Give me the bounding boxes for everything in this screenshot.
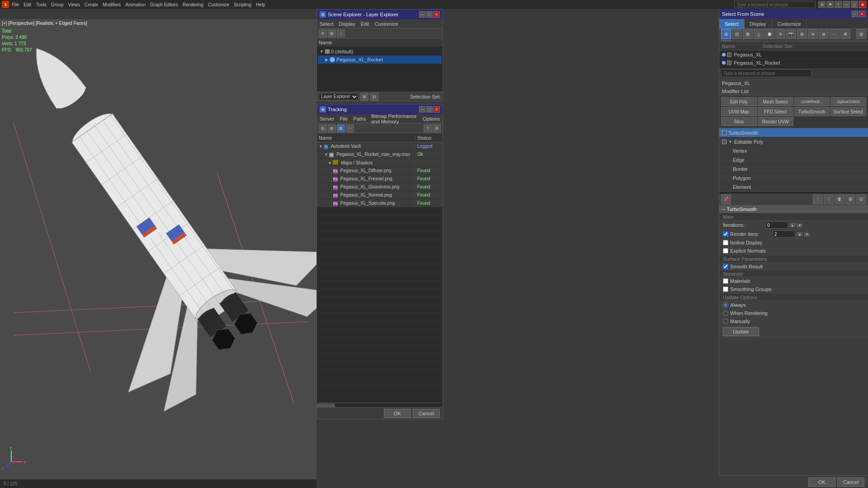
menu-modifiers[interactable]: Modifiers xyxy=(101,2,123,7)
asset-cancel-button[interactable]: Cancel xyxy=(413,409,440,418)
ts-render-iters-input[interactable] xyxy=(773,230,795,238)
layer-pegasus-rocket[interactable]: ▶ Pegasus_XL_Rocket xyxy=(318,56,442,64)
modifier-turbosmooth[interactable]: TurboSmooth xyxy=(719,128,868,137)
toolbar-btn-1[interactable]: ⚙ xyxy=(818,1,826,8)
quick-ffd-select[interactable]: FFD Select xyxy=(758,107,793,116)
ts-materials-checkbox[interactable] xyxy=(723,278,728,284)
asset-ok-button[interactable]: OK xyxy=(384,409,411,418)
modifier-search-input[interactable] xyxy=(721,69,811,77)
quick-undefined-select[interactable]: Undefined... xyxy=(794,97,830,106)
menu-rendering[interactable]: Rendering xyxy=(181,2,205,7)
ts-smooth-result-checkbox[interactable] xyxy=(723,264,728,269)
menu-customize[interactable]: Customize xyxy=(374,21,399,27)
ts-section-header[interactable]: ─ TurboSmooth xyxy=(719,205,868,213)
layer-default[interactable]: ▼ 0 (default) xyxy=(318,47,442,56)
scene-explorer-close[interactable]: ✕ xyxy=(434,11,440,18)
menu-animation[interactable]: Animation xyxy=(124,2,147,7)
rt-select-all[interactable]: ⊞ xyxy=(721,29,731,39)
scene-explorer-minimize[interactable]: ─ xyxy=(419,11,425,18)
rt-geometry[interactable]: △ xyxy=(754,29,764,39)
menu-customize[interactable]: Customize xyxy=(206,2,231,7)
asset-tracking-maximize[interactable]: □ xyxy=(426,106,433,113)
ts-explicit-normals-checkbox[interactable] xyxy=(723,248,728,253)
tab-select[interactable]: Select xyxy=(719,19,745,29)
sfs-ok-button[interactable]: OK xyxy=(808,478,835,487)
modifier-editable-poly[interactable]: ▼ Editable Poly xyxy=(719,137,868,146)
window-close[interactable]: ✕ xyxy=(859,1,866,8)
mod-move-down[interactable]: ↓ xyxy=(824,194,834,204)
quick-mesh-select[interactable]: Mesh Select xyxy=(758,97,793,106)
menu-select[interactable]: Select xyxy=(319,21,335,27)
asset-row-fresnel[interactable]: Pn Pegasus_XL_Fresnel.png Found xyxy=(317,175,443,183)
tab-customize[interactable]: Customize xyxy=(772,19,807,29)
quick-spline-select[interactable]: SplineSelect xyxy=(830,97,866,106)
menu-create[interactable]: Create xyxy=(83,2,100,7)
modifier-polygon[interactable]: Polygon xyxy=(719,174,868,183)
rt-spacewarps[interactable]: ≋ xyxy=(808,29,818,39)
rt-filter[interactable]: ⊞ xyxy=(856,29,866,39)
asset-row-vault[interactable]: ▼ V Autodesk Vault Logged xyxy=(317,142,443,150)
menu-display[interactable]: Display xyxy=(338,21,356,27)
mod-delete[interactable]: 🗑 xyxy=(835,194,844,204)
ts-iterations-up[interactable]: ▲ xyxy=(790,223,795,227)
asset-row-diffuse[interactable]: Pn Pegasus_XL_Diffuse.png Found xyxy=(317,167,443,175)
viewport-3d[interactable]: X Y Z [+] [Perspective] [Realistic + Edg… xyxy=(0,19,316,488)
rt-shapes[interactable]: ⬟ xyxy=(764,29,774,39)
sfs-minimize[interactable]: ─ xyxy=(852,11,858,17)
modifier-border[interactable]: Border xyxy=(719,164,868,174)
layer-select[interactable]: Layer Explorer xyxy=(319,93,359,100)
scrollbar-thumb[interactable] xyxy=(317,404,335,407)
quick-slice[interactable]: Slice xyxy=(721,117,757,126)
rt-invert[interactable]: ⊠ xyxy=(743,29,753,39)
at-menu-server[interactable]: Server xyxy=(319,116,335,122)
scene-explorer-maximize[interactable]: □ xyxy=(426,11,433,18)
quick-surface-select[interactable]: Surface Select xyxy=(830,107,866,116)
asset-tracking-close[interactable]: ✕ xyxy=(434,106,440,113)
at-tb-help[interactable]: ? xyxy=(424,124,432,132)
select-from-scene-header[interactable]: Select From Scene ─ ✕ xyxy=(719,9,868,19)
modifier-edge[interactable]: Edge xyxy=(719,155,868,164)
menu-help[interactable]: Help xyxy=(254,2,267,7)
menu-scripting[interactable]: Scripting xyxy=(232,2,253,7)
ts-iterations-down[interactable]: ▼ xyxy=(797,224,802,227)
quick-edit-poly[interactable]: Edit Poly xyxy=(721,97,757,106)
obj-pegasus-xl-rocket[interactable]: Pegasus_XL_Rocket xyxy=(719,59,868,67)
mod-move-up[interactable]: ↑ xyxy=(813,194,823,204)
at-menu-options[interactable]: Options xyxy=(422,116,441,122)
menu-tools[interactable]: Tools xyxy=(34,2,48,7)
at-menu-bitmap[interactable]: Bitmap Performance and Memory xyxy=(370,113,418,124)
rt-cameras[interactable]: 📷 xyxy=(786,29,796,39)
ts-when-rendering-radio[interactable] xyxy=(723,310,728,316)
quick-render-uvw[interactable]: Render UVW xyxy=(758,117,793,126)
modifier-vertex[interactable]: Vertex xyxy=(719,146,868,155)
at-tb-settings[interactable]: ⚙ xyxy=(433,124,441,132)
at-tb-3[interactable]: ⊠ xyxy=(337,124,345,132)
at-menu-file[interactable]: File xyxy=(339,116,349,122)
menu-edit[interactable]: Edit xyxy=(360,21,370,27)
asset-row-maxfile[interactable]: ▼ M Pegasus_XL_Rocket_max_vray.max Ok xyxy=(317,150,443,159)
tb-layer-btn2[interactable]: ⊟ xyxy=(370,93,378,101)
asset-tracking-minimize[interactable]: ─ xyxy=(419,106,425,113)
menu-group[interactable]: Group xyxy=(49,2,66,7)
quick-uvw-map[interactable]: UVW Map xyxy=(721,107,757,116)
sfs-cancel-button[interactable]: Cancel xyxy=(837,478,864,487)
rt-bones[interactable]: ⊛ xyxy=(819,29,829,39)
ts-always-radio[interactable] xyxy=(723,302,728,308)
at-tb-4[interactable]: ⋯ xyxy=(346,124,354,132)
asset-row-maps[interactable]: ▼ Maps / Shaders xyxy=(317,159,443,167)
mod-copy[interactable]: ⊞ xyxy=(845,194,855,204)
quick-turbosmooth[interactable]: TurboSmooth xyxy=(794,107,830,116)
window-minimize[interactable]: ─ xyxy=(843,1,850,8)
menu-graph-editors[interactable]: Graph Editors xyxy=(148,2,180,7)
mod-paste[interactable]: ⊟ xyxy=(856,194,866,204)
toolbar-btn-3[interactable]: ? xyxy=(835,1,842,8)
modifier-element[interactable]: Element xyxy=(719,183,868,192)
ts-smoothing-groups-checkbox[interactable] xyxy=(723,286,728,292)
search-input[interactable] xyxy=(734,1,816,8)
tb-close[interactable]: ✕ xyxy=(319,29,327,38)
ts-update-button[interactable]: Update xyxy=(723,327,759,336)
tb-filter[interactable]: ⊞ xyxy=(328,29,336,38)
window-maximize[interactable]: □ xyxy=(851,1,858,8)
rt-select-none[interactable]: ⊟ xyxy=(732,29,742,39)
menu-edit[interactable]: Edit xyxy=(22,2,33,7)
